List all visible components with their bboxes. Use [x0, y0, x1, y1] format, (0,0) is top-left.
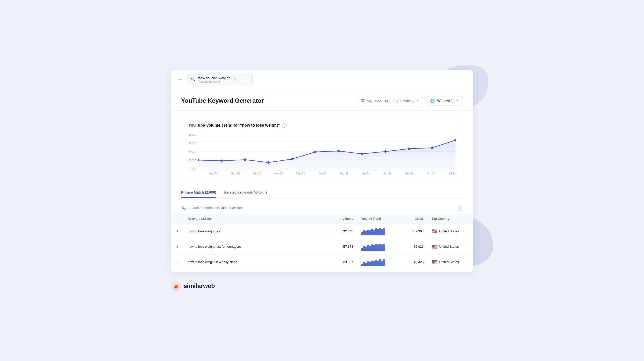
footer: similarweb [171, 281, 473, 291]
search-keyword-sub: Youtube Keyword [198, 80, 230, 83]
date-chevron-icon: ▼ [416, 99, 419, 102]
x-label-jun: Jun 21 [427, 172, 435, 175]
x-label-mar: Mar 21 [361, 172, 370, 175]
table-search-icon: 🔍 [181, 206, 186, 210]
mini-bar [367, 245, 369, 251]
mini-bar [365, 247, 367, 251]
table-row: 1how to lose weight fast392,648359,303🇺🇸… [171, 224, 473, 239]
edit-icon[interactable]: ✎ [234, 78, 237, 82]
cell-clicks-1: 359,303 [397, 224, 428, 239]
flag-icon: 🇺🇸 [432, 229, 437, 234]
x-label-feb: Feb 21 [340, 172, 348, 175]
mini-bar [375, 260, 377, 266]
cell-country-2: 🇺🇸United States [428, 239, 473, 254]
y-label-1: 15000 [188, 167, 196, 170]
country-name: United States [439, 229, 459, 233]
mini-bar [383, 259, 385, 266]
chart-x-labels: Aug 20 Sep 20 Oct 20 Nov 20 Dec 20 Jan 2… [198, 170, 456, 175]
mini-bar [367, 230, 369, 235]
keywords-table: Keyword (2,606) ↓ Volume Volume Trend Cl… [171, 214, 473, 270]
mini-bar [365, 231, 367, 235]
y-label-5: 35000 [188, 133, 196, 136]
search-box: 🔍 how to lose weight Youtube Keyword ✎ [187, 74, 253, 85]
location-chevron-icon: ▼ [456, 99, 459, 102]
search-icon: 🔍 [191, 77, 196, 82]
mini-bar [367, 261, 369, 266]
chart-dot-apr [384, 150, 387, 153]
country-name: United States [439, 260, 459, 264]
chart-dot-mar [360, 153, 363, 155]
mini-bar [371, 244, 373, 251]
x-label-nov: Nov 20 [274, 172, 283, 175]
table-wrapper: Keyword (2,606) ↓ Volume Volume Trend Cl… [171, 214, 473, 272]
mini-bar [373, 261, 375, 266]
mini-bar [379, 259, 381, 266]
x-label-jan: Jan 21 [318, 172, 327, 175]
chart-info-icon[interactable]: i [282, 123, 287, 128]
x-label-aug: Aug 20 [209, 172, 218, 175]
header-controls: 📅 Aug 2020 - Jul 2021 (12 Months) ▼ 🌐 Wo… [357, 96, 463, 105]
search-bar-row: 🔍 X [171, 202, 473, 214]
mini-bar [381, 244, 383, 251]
location-button[interactable]: 🌐 Worldwide ▼ [426, 96, 463, 105]
y-label-2: 20000 [188, 159, 196, 162]
location-label: Worldwide [437, 99, 454, 103]
back-button[interactable]: ← [176, 76, 184, 84]
mini-bar [363, 246, 365, 251]
cell-clicks-2: 76,026 [397, 239, 428, 254]
tab-related-keywords[interactable]: Related Keywords (44,544) [224, 187, 267, 198]
tabs-row: Phrase Match (2,606) Related Keywords (4… [181, 187, 463, 198]
date-range-button[interactable]: 📅 Aug 2020 - Jul 2021 (12 Months) ▼ [357, 97, 423, 105]
page-title: YouTube Keyword Generator [181, 97, 264, 104]
col-header-volume[interactable]: ↓ Volume [327, 214, 357, 224]
mini-bar [373, 230, 375, 235]
tabs-section: Phrase Match (2,606) Related Keywords (4… [171, 187, 473, 198]
logo-text: similarweb [184, 282, 215, 290]
mini-bar [369, 246, 371, 251]
chart-dot-jun [431, 147, 433, 149]
chart-dot-oct [244, 158, 246, 161]
cell-num-3: 3 [171, 254, 184, 270]
mini-bar [373, 245, 375, 251]
x-label-dec: Dec 20 [296, 172, 305, 175]
table-search: 🔍 [181, 206, 458, 210]
x-label-apr: Apr 21 [383, 172, 391, 175]
x-label-jul: Jul 21 [448, 172, 456, 175]
col-header-clicks: Clicks [397, 214, 428, 224]
mini-bar [379, 244, 381, 251]
x-label-may: May 21 [405, 172, 414, 175]
top-bar: ← 🔍 how to lose weight Youtube Keyword ✎ [171, 70, 473, 89]
sort-arrow: ↓ [339, 217, 341, 221]
mini-bar [363, 262, 365, 266]
cell-volume-2: 57,178 [327, 239, 357, 254]
mini-bar [377, 261, 379, 266]
cell-trend-1 [357, 224, 397, 239]
cell-keyword-2: how to lose weight fast for teenagers [184, 239, 327, 254]
chart-dot-jan [314, 151, 316, 153]
cell-keyword-3: how to lose weight in 4 easy steps [184, 254, 327, 270]
flag-icon: 🇺🇸 [432, 244, 437, 249]
table-body: 1how to lose weight fast392,648359,303🇺🇸… [171, 224, 473, 270]
mini-bar [377, 229, 379, 235]
table-search-input[interactable] [188, 206, 289, 210]
tab-phrase-match[interactable]: Phrase Match (2,606) [181, 187, 216, 198]
volume-trend-chart [198, 133, 456, 170]
col-header-num [171, 214, 184, 224]
y-label-3: 25000 [188, 150, 196, 153]
mini-bar [371, 261, 373, 266]
flag-icon: 🇺🇸 [432, 259, 437, 265]
mini-bar [375, 244, 377, 251]
chart-section: YouTube Volume Trend for "how to lose we… [181, 117, 463, 181]
main-card: ← 🔍 how to lose weight Youtube Keyword ✎… [171, 70, 473, 272]
mini-bar [361, 264, 363, 266]
mini-bar [381, 261, 383, 266]
mini-bar [369, 262, 371, 266]
country-name: United States [439, 245, 459, 248]
table-header-row: Keyword (2,606) ↓ Volume Volume Trend Cl… [171, 214, 473, 224]
mini-bar [375, 228, 377, 235]
chart-dot-dec [290, 158, 293, 160]
cell-trend-2 [357, 239, 397, 254]
excel-export-icon[interactable]: X [458, 205, 463, 211]
cell-clicks-3: 40,423 [397, 254, 428, 270]
mini-bar [365, 263, 367, 266]
